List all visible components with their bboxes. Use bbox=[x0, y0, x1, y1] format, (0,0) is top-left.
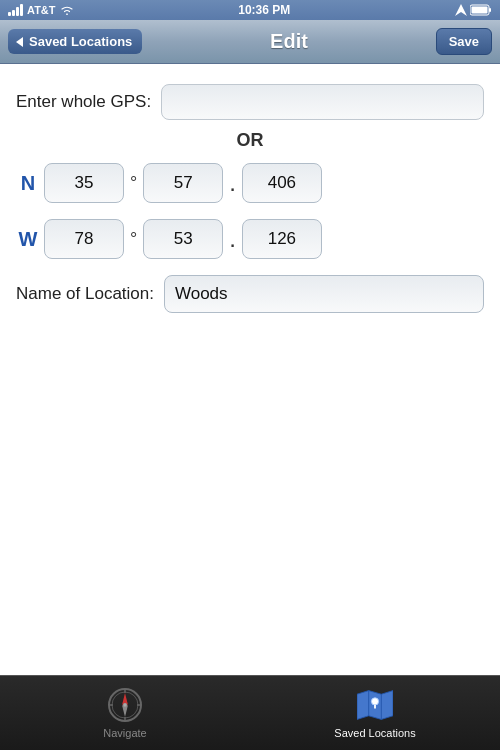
gps-whole-label: Enter whole GPS: bbox=[16, 92, 151, 112]
status-time: 10:36 PM bbox=[238, 3, 290, 17]
n-dot-symbol: . bbox=[229, 169, 236, 197]
compass-icon bbox=[107, 687, 143, 723]
navigate-tab-icon bbox=[107, 687, 143, 723]
back-button[interactable]: Saved Locations bbox=[8, 29, 142, 54]
n-label: N bbox=[16, 172, 40, 195]
status-bar: AT&T 10:36 PM bbox=[0, 0, 500, 20]
saved-locations-tab-label: Saved Locations bbox=[334, 727, 415, 739]
tab-saved-locations[interactable]: Saved Locations bbox=[250, 676, 500, 750]
svg-point-16 bbox=[371, 698, 378, 705]
signal-bars bbox=[8, 4, 23, 16]
name-row: Name of Location: bbox=[16, 275, 484, 313]
nav-bar: Saved Locations Edit Save bbox=[0, 20, 500, 64]
w-dot-symbol: . bbox=[229, 225, 236, 253]
gps-whole-input[interactable] bbox=[161, 84, 484, 120]
n-minutes-input[interactable] bbox=[143, 163, 223, 203]
name-label: Name of Location: bbox=[16, 284, 154, 304]
n-degree-symbol: ° bbox=[130, 173, 137, 194]
w-degrees-input[interactable] bbox=[44, 219, 124, 259]
w-coord-row: W ° . bbox=[16, 219, 484, 259]
location-icon bbox=[455, 4, 467, 16]
w-seconds-input[interactable] bbox=[242, 219, 322, 259]
wifi-icon bbox=[60, 4, 74, 16]
main-content: Enter whole GPS: OR N ° . W ° . Name of … bbox=[0, 64, 500, 675]
w-degree-symbol: ° bbox=[130, 229, 137, 250]
w-minutes-input[interactable] bbox=[143, 219, 223, 259]
svg-point-8 bbox=[123, 703, 127, 707]
svg-rect-3 bbox=[471, 7, 487, 14]
battery-icon bbox=[470, 4, 492, 16]
status-left: AT&T bbox=[8, 4, 74, 16]
svg-marker-0 bbox=[455, 4, 467, 16]
save-button[interactable]: Save bbox=[436, 28, 492, 55]
n-coord-row: N ° . bbox=[16, 163, 484, 203]
map-icon bbox=[357, 689, 393, 721]
status-right bbox=[455, 4, 492, 16]
n-seconds-input[interactable] bbox=[242, 163, 322, 203]
name-input[interactable] bbox=[164, 275, 484, 313]
nav-title: Edit bbox=[270, 30, 308, 53]
gps-whole-row: Enter whole GPS: bbox=[16, 84, 484, 120]
or-divider: OR bbox=[16, 130, 484, 151]
carrier-label: AT&T bbox=[27, 4, 56, 16]
w-label: W bbox=[16, 228, 40, 251]
n-degrees-input[interactable] bbox=[44, 163, 124, 203]
navigate-tab-label: Navigate bbox=[103, 727, 146, 739]
svg-rect-2 bbox=[489, 8, 491, 12]
saved-locations-tab-icon bbox=[357, 687, 393, 723]
tab-navigate[interactable]: Navigate bbox=[0, 676, 250, 750]
tab-bar: Navigate Saved Locations bbox=[0, 675, 500, 750]
